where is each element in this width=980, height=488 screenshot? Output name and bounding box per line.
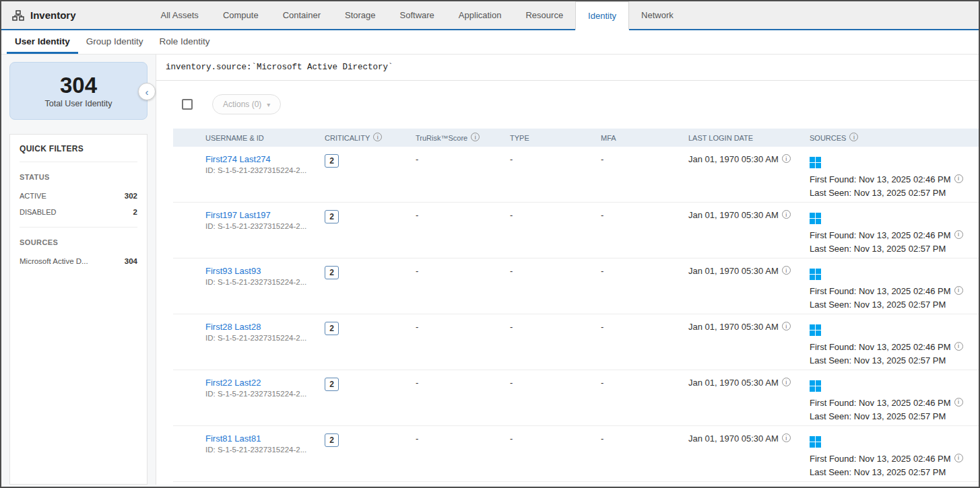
info-icon[interactable]: i xyxy=(373,133,382,141)
tab-container[interactable]: Container xyxy=(271,1,333,29)
info-icon[interactable]: i xyxy=(782,154,791,163)
table-body: First274 Last274 ID: S-1-5-21-2327315224… xyxy=(173,147,979,482)
first-found-value: First Found: Nov 13, 2025 02:46 PM xyxy=(810,452,951,466)
tab-identity[interactable]: Identity xyxy=(575,1,629,30)
info-icon[interactable]: i xyxy=(782,433,791,442)
tab-software[interactable]: Software xyxy=(388,1,447,29)
first-found-value: First Found: Nov 13, 2025 02:46 PM xyxy=(810,341,951,354)
info-icon[interactable]: i xyxy=(782,322,791,330)
left-sidebar: 304 Total User Identity ‹ QUICK FILTERS … xyxy=(1,55,156,485)
section-divider xyxy=(20,227,137,228)
tab-application[interactable]: Application xyxy=(447,1,514,29)
info-icon[interactable]: i xyxy=(471,133,480,141)
filter-count: 302 xyxy=(125,192,137,200)
mfa-value: - xyxy=(601,154,688,164)
info-icon[interactable]: i xyxy=(954,454,963,462)
type-value: - xyxy=(510,210,601,220)
tab-compute[interactable]: Compute xyxy=(211,1,271,29)
header-criticality[interactable]: CRITICALITY i xyxy=(325,133,416,142)
actions-label: Actions (0) xyxy=(223,100,261,109)
user-id: ID: S-1-5-21-2327315224-2... xyxy=(205,390,319,398)
tab-network[interactable]: Network xyxy=(629,1,686,29)
table-row[interactable]: First81 Last81 ID: S-1-5-21-2327315224-2… xyxy=(173,426,979,482)
actions-dropdown-button[interactable]: Actions (0) ▾ xyxy=(212,94,281,114)
filter-source-microsoft-ad[interactable]: Microsoft Active D... 304 xyxy=(20,253,137,269)
tab-all-assets[interactable]: All Assets xyxy=(149,1,211,29)
last-login-value: Jan 01, 1970 05:30 AM xyxy=(688,266,779,276)
username-link[interactable]: First274 Last274 xyxy=(205,154,271,164)
sidebar-collapse-button[interactable]: ‹ xyxy=(138,83,156,100)
app-brand: Inventory xyxy=(1,1,90,29)
filter-label: ACTIVE xyxy=(20,192,46,200)
header-username-id[interactable]: USERNAME & ID xyxy=(205,134,325,142)
filter-label: DISABLED xyxy=(20,208,56,216)
first-found-value: First Found: Nov 13, 2025 02:46 PM xyxy=(810,396,951,410)
table-row[interactable]: First93 Last93 ID: S-1-5-21-2327315224-2… xyxy=(173,258,979,314)
info-icon[interactable]: i xyxy=(954,342,963,351)
info-icon[interactable]: i xyxy=(954,174,963,183)
header-mfa[interactable]: MFA xyxy=(601,134,688,142)
table-row[interactable]: First28 Last28 ID: S-1-5-21-2327315224-2… xyxy=(173,314,979,370)
mfa-value: - xyxy=(601,266,688,276)
last-seen-value: Last Seen: Nov 13, 2025 02:57 PM xyxy=(810,354,969,368)
last-seen-value: Last Seen: Nov 13, 2025 02:57 PM xyxy=(810,466,969,479)
filter-count: 304 xyxy=(125,257,137,265)
username-link[interactable]: First197 Last197 xyxy=(205,210,271,220)
info-icon[interactable]: i xyxy=(954,230,963,239)
subtab-role-identity[interactable]: Role Identity xyxy=(152,30,218,54)
username-link[interactable]: First28 Last28 xyxy=(205,322,261,332)
info-icon[interactable]: i xyxy=(782,210,791,219)
info-icon[interactable]: i xyxy=(954,398,963,407)
info-icon[interactable]: i xyxy=(782,266,791,275)
header-sources[interactable]: SOURCES i xyxy=(810,133,979,142)
info-icon[interactable]: i xyxy=(849,133,858,141)
inventory-sitemap-icon xyxy=(12,10,24,21)
filter-count: 2 xyxy=(133,208,137,216)
windows-icon xyxy=(810,324,821,336)
windows-icon xyxy=(810,157,821,168)
table-row[interactable]: First274 Last274 ID: S-1-5-21-2327315224… xyxy=(173,147,979,203)
user-id: ID: S-1-5-21-2327315224-2... xyxy=(205,222,319,230)
select-all-checkbox[interactable] xyxy=(182,99,193,110)
table-row[interactable]: First22 Last22 ID: S-1-5-21-2327315224-2… xyxy=(173,370,979,426)
criticality-badge: 2 xyxy=(325,154,339,168)
search-query-input[interactable] xyxy=(156,55,979,80)
page-title: Inventory xyxy=(30,9,76,21)
filter-status-active[interactable]: ACTIVE 302 xyxy=(20,188,137,204)
table-row[interactable]: First197 Last197 ID: S-1-5-21-2327315224… xyxy=(173,203,979,258)
user-id: ID: S-1-5-21-2327315224-2... xyxy=(205,278,319,286)
trurisk-value: - xyxy=(416,210,510,220)
mfa-value: - xyxy=(601,378,688,388)
header-last-login-date[interactable]: LAST LOGIN DATE xyxy=(688,134,810,142)
info-icon[interactable]: i xyxy=(782,378,791,386)
last-seen-value: Last Seen: Nov 13, 2025 02:57 PM xyxy=(810,410,969,423)
criticality-badge: 2 xyxy=(325,322,339,335)
user-id: ID: S-1-5-21-2327315224-2... xyxy=(205,166,319,174)
info-icon[interactable]: i xyxy=(954,286,963,295)
windows-icon xyxy=(810,269,821,280)
windows-icon xyxy=(810,380,821,392)
header-type[interactable]: TYPE xyxy=(510,134,601,142)
subtab-group-identity[interactable]: Group Identity xyxy=(78,30,152,54)
chevron-down-icon: ▾ xyxy=(267,101,270,108)
first-found-value: First Found: Nov 13, 2025 02:46 PM xyxy=(810,285,951,298)
username-link[interactable]: First93 Last93 xyxy=(205,266,261,276)
header-trurisk-score[interactable]: TruRisk™Score i xyxy=(416,133,510,142)
total-user-identity-card: 304 Total User Identity ‹ xyxy=(9,62,148,120)
user-id: ID: S-1-5-21-2327315224-2... xyxy=(205,334,319,342)
filter-status-disabled[interactable]: DISABLED 2 xyxy=(20,204,137,220)
tab-resource[interactable]: Resource xyxy=(513,1,575,29)
trurisk-value: - xyxy=(416,266,510,276)
tab-storage[interactable]: Storage xyxy=(333,1,388,29)
top-tabs: All Assets Compute Container Storage Sof… xyxy=(149,1,686,29)
subtab-user-identity[interactable]: User Identity xyxy=(7,30,78,54)
last-login-value: Jan 01, 1970 05:30 AM xyxy=(688,433,779,444)
criticality-badge: 2 xyxy=(325,433,339,447)
type-value: - xyxy=(510,433,601,444)
mfa-value: - xyxy=(601,210,688,220)
status-section-title: STATUS xyxy=(20,173,137,181)
username-link[interactable]: First22 Last22 xyxy=(205,378,261,388)
quick-filters-title: QUICK FILTERS xyxy=(20,144,137,162)
main-content: Actions (0) ▾ USERNAME & ID CRITICALITY … xyxy=(156,55,979,485)
username-link[interactable]: First81 Last81 xyxy=(205,433,261,444)
